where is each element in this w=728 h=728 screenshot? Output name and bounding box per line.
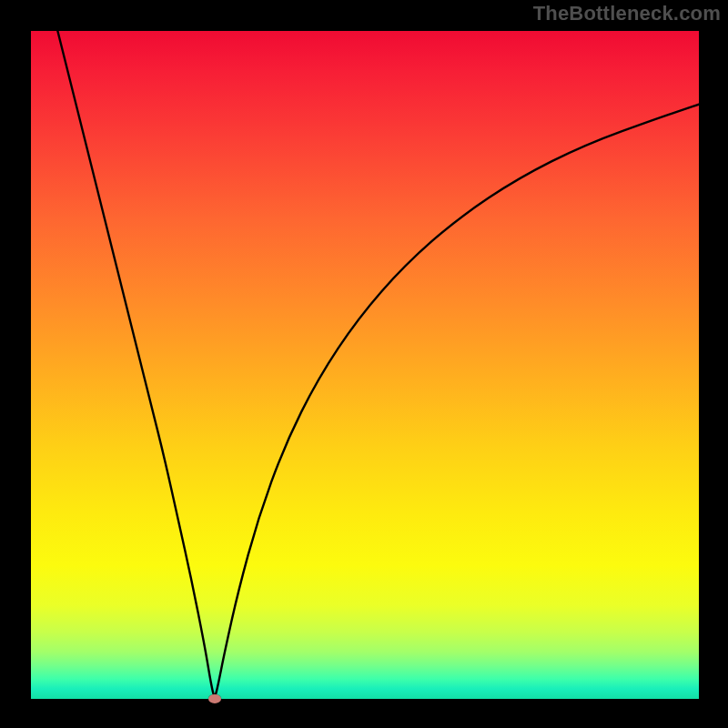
chart-frame: TheBottleneck.com	[0, 0, 728, 728]
watermark-text: TheBottleneck.com	[533, 2, 721, 25]
curve-svg	[31, 31, 699, 699]
optimal-point-marker[interactable]	[208, 694, 221, 703]
plot-area	[31, 31, 699, 699]
bottleneck-curve[interactable]	[57, 31, 699, 695]
